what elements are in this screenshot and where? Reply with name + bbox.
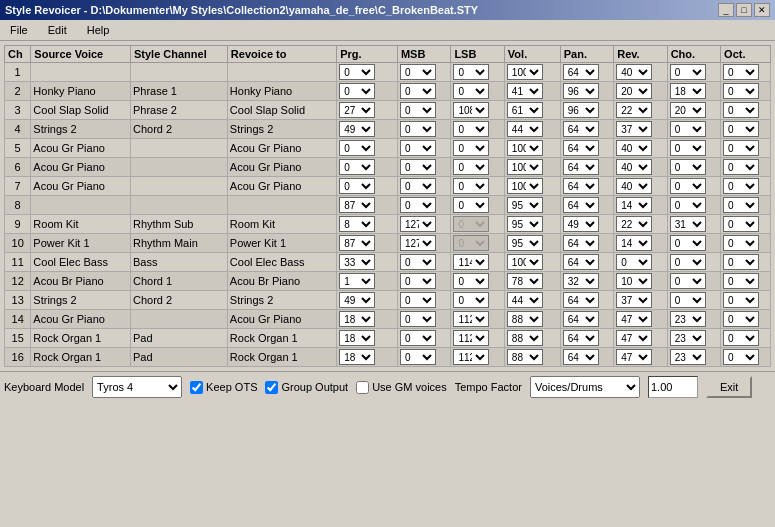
cell-cho[interactable]: 0 (667, 234, 720, 253)
cell-cho[interactable]: 0 (667, 139, 720, 158)
prg-select[interactable]: 18 (339, 349, 375, 365)
lsb-select[interactable]: 0 (453, 197, 489, 213)
cell-lsb[interactable]: 0 (451, 177, 504, 196)
cho-select[interactable]: 0 (670, 292, 706, 308)
vol-select[interactable]: 88 (507, 349, 543, 365)
rev-select[interactable]: 40 (616, 140, 652, 156)
cell-vol[interactable]: 41 (504, 82, 560, 101)
oct-select[interactable]: 0 (723, 235, 759, 251)
oct-select[interactable]: 0 (723, 311, 759, 327)
cell-cho[interactable]: 0 (667, 120, 720, 139)
msb-select[interactable]: 0 (400, 349, 436, 365)
vol-select[interactable]: 100 (507, 159, 543, 175)
cell-oct[interactable]: 0 (721, 253, 771, 272)
rev-select[interactable]: 37 (616, 121, 652, 137)
cell-cho[interactable]: 23 (667, 310, 720, 329)
cell-prg[interactable]: 0 (337, 139, 398, 158)
cell-msb[interactable]: 0 (397, 82, 450, 101)
cell-cho[interactable]: 18 (667, 82, 720, 101)
cell-oct[interactable]: 0 (721, 291, 771, 310)
oct-select[interactable]: 0 (723, 83, 759, 99)
cell-rev[interactable]: 20 (614, 82, 667, 101)
cell-cho[interactable]: 23 (667, 329, 720, 348)
cell-rev[interactable]: 47 (614, 329, 667, 348)
cell-pan[interactable]: 64 (560, 177, 613, 196)
cell-pan[interactable]: 64 (560, 253, 613, 272)
cell-prg[interactable]: 33 (337, 253, 398, 272)
msb-select[interactable]: 0 (400, 159, 436, 175)
cell-lsb[interactable]: 0 (451, 158, 504, 177)
prg-select[interactable]: 0 (339, 83, 375, 99)
rev-select[interactable]: 14 (616, 235, 652, 251)
lsb-select[interactable]: 0 (453, 216, 489, 232)
cell-lsb[interactable]: 0 (451, 139, 504, 158)
oct-select[interactable]: 0 (723, 121, 759, 137)
lsb-select[interactable]: 0 (453, 178, 489, 194)
lsb-select[interactable]: 112 (453, 349, 489, 365)
prg-select[interactable]: 49 (339, 121, 375, 137)
cell-cho[interactable]: 0 (667, 272, 720, 291)
vol-select[interactable]: 41 (507, 83, 543, 99)
oct-select[interactable]: 0 (723, 178, 759, 194)
cell-prg[interactable]: 0 (337, 177, 398, 196)
cell-msb[interactable]: 127 (397, 234, 450, 253)
maximize-button[interactable]: □ (736, 3, 752, 17)
cell-prg[interactable]: 18 (337, 310, 398, 329)
oct-select[interactable]: 0 (723, 64, 759, 80)
cho-select[interactable]: 0 (670, 197, 706, 213)
pan-select[interactable]: 64 (563, 235, 599, 251)
oct-select[interactable]: 0 (723, 197, 759, 213)
msb-select[interactable]: 0 (400, 273, 436, 289)
cell-cho[interactable]: 0 (667, 291, 720, 310)
cell-msb[interactable]: 0 (397, 196, 450, 215)
cell-oct[interactable]: 0 (721, 158, 771, 177)
cell-rev[interactable]: 40 (614, 158, 667, 177)
cho-select[interactable]: 0 (670, 159, 706, 175)
cell-lsb[interactable]: 0 (451, 272, 504, 291)
cho-select[interactable]: 0 (670, 254, 706, 270)
cell-lsb[interactable]: 0 (451, 82, 504, 101)
cell-msb[interactable]: 0 (397, 348, 450, 367)
prg-select[interactable]: 0 (339, 64, 375, 80)
lsb-select[interactable]: 0 (453, 140, 489, 156)
cell-rev[interactable]: 0 (614, 253, 667, 272)
keyboard-model-select[interactable]: Tyros 4 (92, 376, 182, 398)
cell-vol[interactable]: 88 (504, 329, 560, 348)
menu-edit[interactable]: Edit (43, 22, 72, 38)
prg-select[interactable]: 18 (339, 311, 375, 327)
cell-prg[interactable]: 18 (337, 348, 398, 367)
cell-rev[interactable]: 37 (614, 120, 667, 139)
rev-select[interactable]: 37 (616, 292, 652, 308)
cell-rev[interactable]: 22 (614, 215, 667, 234)
cell-cho[interactable]: 31 (667, 215, 720, 234)
lsb-select[interactable]: 114 (453, 254, 489, 270)
cell-lsb[interactable]: 112 (451, 348, 504, 367)
cell-prg[interactable]: 87 (337, 196, 398, 215)
cell-lsb[interactable]: 0 (451, 120, 504, 139)
voices-drums-select[interactable]: Voices/Drums (530, 376, 640, 398)
lsb-select[interactable]: 0 (453, 273, 489, 289)
cell-pan[interactable]: 32 (560, 272, 613, 291)
cell-cho[interactable]: 0 (667, 158, 720, 177)
cell-lsb[interactable]: 108 (451, 101, 504, 120)
cell-cho[interactable]: 0 (667, 253, 720, 272)
cho-select[interactable]: 0 (670, 140, 706, 156)
pan-select[interactable]: 32 (563, 273, 599, 289)
lsb-select[interactable]: 108 (453, 102, 489, 118)
vol-select[interactable]: 44 (507, 292, 543, 308)
cell-vol[interactable]: 100 (504, 253, 560, 272)
pan-select[interactable]: 64 (563, 159, 599, 175)
cell-msb[interactable]: 0 (397, 272, 450, 291)
cell-cho[interactable]: 0 (667, 63, 720, 82)
msb-select[interactable]: 0 (400, 121, 436, 137)
cell-oct[interactable]: 0 (721, 348, 771, 367)
oct-select[interactable]: 0 (723, 254, 759, 270)
tempo-input[interactable] (648, 376, 698, 398)
cell-rev[interactable]: 14 (614, 196, 667, 215)
msb-select[interactable]: 0 (400, 178, 436, 194)
msb-select[interactable]: 0 (400, 197, 436, 213)
cell-rev[interactable]: 10 (614, 272, 667, 291)
cell-lsb[interactable]: 112 (451, 329, 504, 348)
cell-prg[interactable]: 49 (337, 291, 398, 310)
vol-select[interactable]: 95 (507, 216, 543, 232)
